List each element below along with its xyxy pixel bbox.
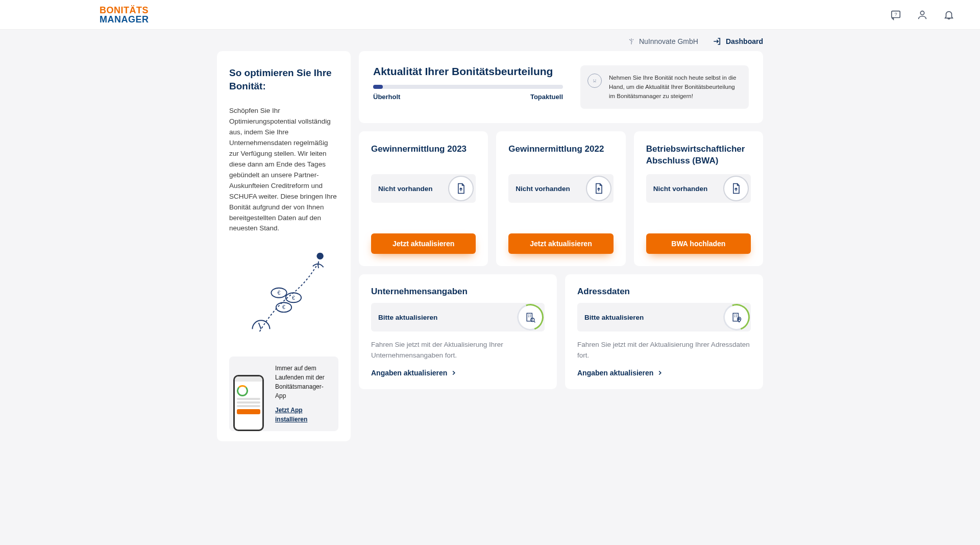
svg-text:€: €: [282, 305, 285, 311]
user-icon[interactable]: [917, 9, 928, 20]
dashboard-link[interactable]: Dashboard: [713, 37, 763, 46]
update-button[interactable]: Jetzt aktualisieren: [371, 233, 476, 254]
actuality-title: Aktualität Ihrer Bonitätsbeurteilung: [373, 65, 563, 78]
update-address-link[interactable]: Angaben aktualisieren: [577, 369, 664, 377]
svg-line-9: [259, 323, 261, 329]
svg-point-2: [920, 11, 924, 14]
info-desc: Fahren Sie jetzt mit der Aktualisierung …: [577, 340, 751, 361]
building-search-icon: [517, 304, 544, 330]
info-status-text: Bitte aktualisieren: [378, 314, 437, 321]
info-title: Adressdaten: [577, 287, 751, 297]
notice-text: Nehmen Sie Ihre Bonität noch heute selbs…: [609, 74, 740, 101]
chevron-right-icon: [450, 369, 457, 376]
company-selector[interactable]: NuInnovate GmbH: [628, 37, 698, 45]
doc-row: Gewinnermittlung 2023 Nicht vorhanden Je…: [359, 131, 763, 266]
app-promo-text: Immer auf dem Laufenden mit der Bonitäts…: [275, 364, 331, 400]
app-promo: Immer auf dem Laufenden mit der Bonitäts…: [229, 357, 338, 431]
info-link-label: Angaben aktualisieren: [371, 369, 447, 377]
info-status-text: Bitte aktualisieren: [584, 314, 644, 321]
doc-status-text: Nicht vorhanden: [516, 185, 570, 193]
info-row: Unternehmensangaben Bitte aktualisieren …: [359, 274, 763, 389]
upload-icon[interactable]: [586, 176, 611, 201]
svg-point-24: [739, 319, 740, 320]
doc-status: Nicht vorhanden: [371, 174, 476, 203]
logo-line2: MANAGER: [100, 15, 149, 24]
progress-right-label: Topaktuell: [530, 93, 563, 101]
bell-icon[interactable]: [943, 9, 954, 20]
optimize-card: So optimieren Sie Ihre Bonität: Schöpfen…: [217, 51, 351, 441]
logo[interactable]: BONITÄTS MANAGER: [100, 6, 149, 24]
progress-left-label: Überholt: [373, 93, 400, 101]
address-data-card: Adressdaten Bitte aktualisieren Fahren S…: [565, 274, 763, 389]
svg-point-17: [531, 318, 534, 322]
actuality-notice: Nehmen Sie Ihre Bonität noch heute selbs…: [580, 65, 749, 109]
doc-title: Gewinnermittlung 2023: [371, 144, 476, 170]
enter-icon: [713, 37, 722, 46]
svg-line-18: [534, 321, 535, 323]
help-icon[interactable]: ?: [890, 9, 901, 20]
info-status: Bitte aktualisieren: [371, 303, 545, 331]
company-name: NuInnovate GmbH: [639, 37, 698, 45]
actuality-progress: [373, 85, 563, 89]
doc-status: Nicht vorhanden: [646, 174, 751, 203]
progress-fill: [373, 85, 383, 89]
dashboard-label: Dashboard: [726, 37, 763, 45]
svg-point-11: [596, 80, 596, 80]
doc-status-text: Nicht vorhanden: [653, 185, 708, 193]
svg-text:€: €: [278, 290, 281, 296]
upload-icon[interactable]: [448, 176, 474, 201]
doc-status-text: Nicht vorhanden: [378, 185, 433, 193]
info-status: Bitte aktualisieren: [577, 303, 751, 331]
app-header: BONITÄTS MANAGER ?: [0, 0, 980, 30]
svg-text:?: ?: [894, 11, 897, 16]
company-data-card: Unternehmensangaben Bitte aktualisieren …: [359, 274, 557, 389]
doc-status: Nicht vorhanden: [508, 174, 613, 203]
pin-icon: [628, 38, 635, 45]
upload-bwa-button[interactable]: BWA hochladen: [646, 233, 751, 254]
upload-icon[interactable]: [723, 176, 749, 201]
building-pin-icon: [723, 304, 750, 330]
info-link-label: Angaben aktualisieren: [577, 369, 653, 377]
app-install-link[interactable]: Jetzt App installieren: [275, 406, 331, 424]
svg-text:€: €: [292, 295, 295, 301]
svg-rect-12: [527, 314, 532, 321]
info-desc: Fahren Sie jetzt mit der Aktualisierung …: [371, 340, 545, 361]
logo-line1: BONITÄTS: [100, 6, 149, 15]
header-icons: ?: [890, 9, 954, 20]
doc-card-2023: Gewinnermittlung 2023 Nicht vorhanden Je…: [359, 131, 488, 266]
info-title: Unternehmensangaben: [371, 287, 545, 297]
breadcrumb-row: NuInnovate GmbH Dashboard: [217, 30, 763, 51]
sidebar-body: Schöpfen Sie Ihr Optimierungspotential v…: [229, 106, 338, 234]
svg-point-10: [594, 80, 594, 80]
doc-title: Gewinnermittlung 2022: [508, 144, 613, 170]
update-company-link[interactable]: Angaben aktualisieren: [371, 369, 457, 377]
sidebar-illustration: € € €: [229, 249, 338, 341]
doc-card-2022: Gewinnermittlung 2022 Nicht vorhanden Je…: [496, 131, 625, 266]
sad-face-icon: [587, 74, 602, 88]
actuality-card: Aktualität Ihrer Bonitätsbeurteilung Übe…: [359, 51, 763, 123]
doc-card-bwa: Betriebswirtschaftlicher Abschluss (BWA)…: [634, 131, 763, 266]
doc-title: Betriebswirtschaftlicher Abschluss (BWA): [646, 144, 751, 170]
phone-mock-icon: [233, 375, 264, 431]
sidebar-title: So optimieren Sie Ihre Bonität:: [229, 66, 338, 92]
update-button[interactable]: Jetzt aktualisieren: [508, 233, 613, 254]
chevron-right-icon: [656, 369, 664, 376]
